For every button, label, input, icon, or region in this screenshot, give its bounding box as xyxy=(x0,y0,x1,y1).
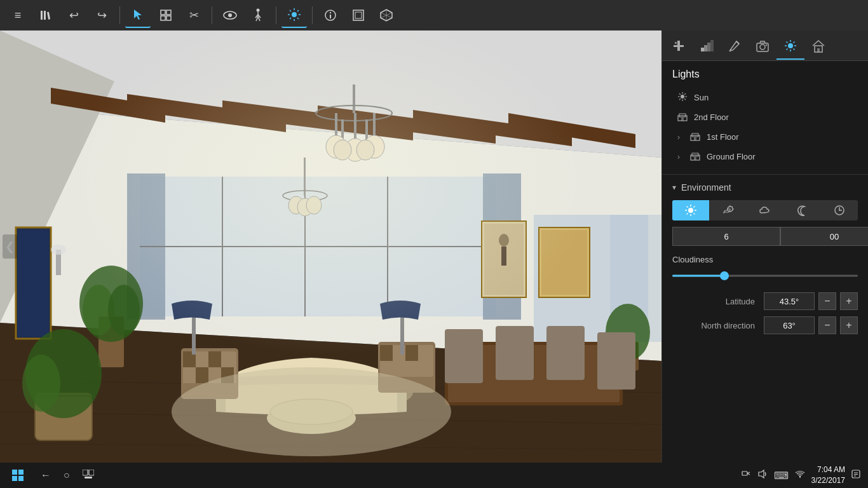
latitude-plus-btn[interactable]: + xyxy=(840,292,858,310)
weather-partly-cloudy-btn[interactable] xyxy=(709,200,746,220)
taskbar-back-btn[interactable]: ← xyxy=(41,470,51,481)
svg-marker-189 xyxy=(759,470,764,478)
svg-point-131 xyxy=(760,44,765,50)
svg-rect-183 xyxy=(83,470,88,475)
svg-rect-143 xyxy=(817,48,820,52)
windows-start-btn[interactable] xyxy=(8,465,28,485)
time-inputs xyxy=(672,227,858,246)
svg-line-141 xyxy=(787,48,788,50)
svg-point-16 xyxy=(292,12,297,17)
taskbar-action-center-icon[interactable] xyxy=(851,470,860,481)
time-hour-input[interactable] xyxy=(672,227,780,246)
cloudiness-slider[interactable] xyxy=(672,269,858,282)
taskbar-speaker-icon[interactable] xyxy=(757,469,768,482)
top-toolbar: ≡ ↩ ↪ ✂ xyxy=(0,0,868,30)
weather-cloudy-btn[interactable] xyxy=(747,200,783,220)
scissors-icon[interactable]: ✂ xyxy=(181,3,207,28)
svg-rect-186 xyxy=(742,471,747,475)
info-icon[interactable] xyxy=(318,3,343,28)
library-icon[interactable] xyxy=(33,3,58,28)
weather-time-btn[interactable] xyxy=(821,200,858,220)
grid-icon[interactable] xyxy=(153,3,179,28)
separator-2 xyxy=(212,6,212,24)
light-item-ground-floor[interactable]: › Ground Floor xyxy=(672,147,858,166)
svg-line-150 xyxy=(684,98,686,100)
svg-line-139 xyxy=(794,48,795,50)
svg-rect-128 xyxy=(710,40,714,51)
svg-rect-0 xyxy=(41,11,43,20)
svg-line-167 xyxy=(687,207,688,208)
viewport[interactable]: ❮ xyxy=(0,30,661,463)
svg-point-27 xyxy=(330,12,331,13)
svg-point-133 xyxy=(788,43,793,48)
svg-point-9 xyxy=(228,13,232,17)
weather-buttons xyxy=(672,200,858,220)
svg-rect-5 xyxy=(166,10,171,15)
viewport-left-arrow[interactable]: ❮ xyxy=(3,234,17,259)
paint-panel-icon[interactable] xyxy=(721,32,749,60)
2nd-floor-label: 2nd Floor xyxy=(694,112,853,122)
floor-light-icon-ground xyxy=(690,151,700,163)
select-icon[interactable] xyxy=(125,3,151,28)
redo-icon[interactable]: ↪ xyxy=(89,3,114,28)
taskbar-keyboard-icon[interactable]: ⌨ xyxy=(774,470,789,482)
weather-night-btn[interactable] xyxy=(783,200,820,220)
taskbar-left: ← ○ xyxy=(8,465,94,485)
north-direction-plus-btn[interactable]: + xyxy=(840,316,858,334)
svg-rect-155 xyxy=(681,118,684,121)
svg-point-162 xyxy=(688,208,693,213)
svg-rect-181 xyxy=(12,476,17,481)
separator-3 xyxy=(276,6,276,24)
svg-line-21 xyxy=(290,10,291,11)
environment-section: ▾ Environment xyxy=(662,174,868,463)
svg-rect-4 xyxy=(161,10,165,15)
lights-panel-icon[interactable] xyxy=(776,32,804,60)
walk-icon[interactable] xyxy=(245,3,271,28)
stairs-panel-icon[interactable] xyxy=(693,32,721,60)
svg-rect-180 xyxy=(18,470,24,475)
svg-rect-1 xyxy=(44,11,46,20)
svg-rect-179 xyxy=(12,470,17,475)
svg-point-10 xyxy=(257,9,260,12)
svg-rect-185 xyxy=(85,477,92,478)
taskbar: ← ○ ⌨ xyxy=(0,463,868,488)
taskbar-network-icon[interactable] xyxy=(795,470,805,481)
sun-toolbar-icon[interactable] xyxy=(281,3,307,28)
light-item-1st-floor[interactable]: › 1st Floor xyxy=(672,127,858,147)
taskbar-taskview-btn[interactable] xyxy=(83,470,94,481)
menu-icon[interactable]: ≡ xyxy=(5,3,31,28)
taskbar-search-btn[interactable]: ○ xyxy=(64,470,70,481)
svg-rect-161 xyxy=(694,157,696,160)
taskbar-time-display: 7:04 AM xyxy=(811,464,845,475)
svg-rect-158 xyxy=(694,137,696,140)
separator-1 xyxy=(119,6,120,24)
north-direction-input[interactable] xyxy=(764,316,815,334)
eye-icon[interactable] xyxy=(217,3,243,28)
expand-1st-floor-icon: › xyxy=(677,133,680,142)
environment-header[interactable]: ▾ Environment xyxy=(672,182,858,193)
svg-point-144 xyxy=(681,95,684,98)
taskbar-right: ⌨ 7:04 AM 3/22/2017 xyxy=(741,464,860,486)
svg-rect-28 xyxy=(353,10,363,20)
time-minute-input[interactable] xyxy=(780,227,868,246)
weather-clear-btn[interactable] xyxy=(672,200,709,220)
north-direction-label: North direction xyxy=(672,321,760,330)
latitude-minus-btn[interactable]: − xyxy=(818,292,836,310)
light-item-2nd-floor[interactable]: 2nd Floor xyxy=(672,107,858,127)
svg-point-132 xyxy=(766,44,767,45)
ground-floor-label: Ground Floor xyxy=(707,152,853,161)
svg-line-22 xyxy=(297,18,299,19)
latitude-input[interactable] xyxy=(764,292,815,310)
panel-icons xyxy=(662,30,868,61)
north-direction-minus-btn[interactable]: − xyxy=(818,316,836,334)
3d-icon[interactable] xyxy=(374,3,399,28)
taskbar-notification-icon[interactable] xyxy=(741,469,751,482)
light-item-sun[interactable]: Sun xyxy=(672,88,858,107)
build-panel-icon[interactable] xyxy=(665,32,693,60)
undo-icon[interactable]: ↩ xyxy=(61,3,86,28)
slider-thumb[interactable] xyxy=(720,271,729,280)
fullscreen-icon[interactable] xyxy=(346,3,371,28)
camera-panel-icon[interactable] xyxy=(749,32,776,60)
house-panel-icon[interactable] xyxy=(804,32,832,60)
svg-rect-127 xyxy=(707,43,710,51)
